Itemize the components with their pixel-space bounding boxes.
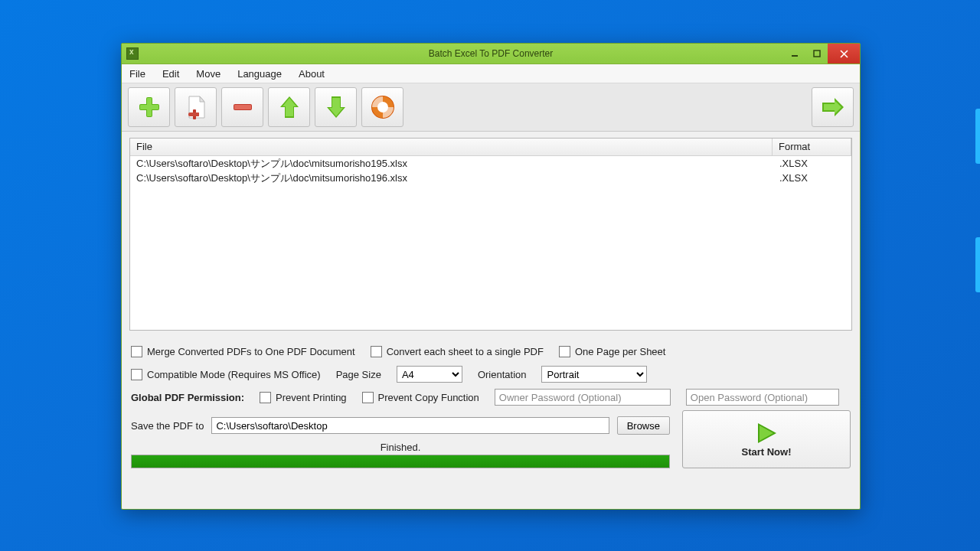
merge-checkbox[interactable]: Merge Converted PDFs to One PDF Document [131, 346, 355, 357]
each-sheet-checkbox[interactable]: Convert each sheet to a single PDF [371, 346, 544, 357]
svg-rect-13 [188, 112, 199, 116]
column-header-format[interactable]: Format [773, 139, 851, 155]
orientation-select[interactable]: Portrait [541, 366, 647, 383]
bottom-panel: Save the PDF to Browse Finished. Start N… [122, 409, 860, 478]
save-path-input[interactable] [211, 417, 609, 434]
remove-button[interactable] [221, 87, 263, 127]
start-button[interactable]: Start Now! [682, 410, 851, 468]
app-window: Batch Excel To PDF Converter File Edit M… [121, 43, 861, 510]
app-icon [126, 47, 139, 60]
prevent-copy-checkbox[interactable]: Prevent Copy Function [362, 392, 479, 403]
desktop-edge-tab [975, 237, 980, 292]
orientation-label: Orientation [478, 369, 527, 380]
file-list-header: File Format [130, 139, 851, 156]
options-panel: Merge Converted PDFs to One PDF Document… [122, 338, 860, 409]
menu-bar: File Edit Move Language About [122, 64, 860, 83]
svg-rect-1 [814, 51, 820, 57]
minimize-button[interactable] [783, 44, 805, 64]
help-icon [369, 93, 397, 121]
save-label: Save the PDF to [131, 420, 204, 432]
remove-icon [229, 93, 256, 121]
file-list-body[interactable]: C:\Users\softaro\Desktop\サンプル\doc\mitsum… [130, 156, 851, 330]
file-format-cell: .XLSX [773, 158, 851, 169]
page-size-label: Page Size [336, 369, 381, 380]
close-icon [840, 50, 848, 58]
one-page-checkbox[interactable]: One Page per Sheet [559, 346, 666, 357]
menu-about[interactable]: About [299, 68, 325, 80]
open-password-input[interactable] [686, 389, 839, 406]
minimize-icon [791, 50, 799, 57]
maximize-button[interactable] [805, 44, 828, 64]
file-format-cell: .XLSX [773, 172, 851, 184]
close-button[interactable] [828, 44, 860, 64]
convert-button[interactable] [812, 87, 854, 127]
browse-button[interactable]: Browse [617, 416, 670, 435]
menu-file[interactable]: File [129, 68, 145, 80]
progress-fill [132, 455, 669, 468]
move-up-button[interactable] [268, 87, 310, 127]
compat-checkbox[interactable]: Compatible Mode (Requires MS Office) [131, 369, 321, 380]
file-row[interactable]: C:\Users\softaro\Desktop\サンプル\doc\mitsum… [130, 156, 851, 171]
svg-rect-0 [792, 55, 798, 57]
move-down-icon [322, 93, 350, 121]
play-icon [753, 422, 779, 445]
file-path-cell: C:\Users\softaro\Desktop\サンプル\doc\mitsum… [130, 171, 773, 185]
file-row[interactable]: C:\Users\softaro\Desktop\サンプル\doc\mitsum… [130, 171, 851, 185]
page-size-select[interactable]: A4 [397, 366, 462, 383]
owner-password-input[interactable] [495, 389, 671, 406]
progress-bar [131, 455, 670, 468]
permission-label: Global PDF Permission: [131, 392, 244, 403]
help-button[interactable] [361, 87, 403, 127]
column-header-file[interactable]: File [130, 139, 773, 155]
svg-rect-15 [234, 105, 251, 109]
start-button-label: Start Now! [742, 446, 792, 458]
move-down-button[interactable] [315, 87, 357, 127]
svg-rect-5 [140, 105, 158, 109]
move-up-icon [276, 93, 303, 121]
add-file-icon [182, 93, 210, 121]
svg-marker-7 [200, 96, 204, 102]
desktop-edge-tab [975, 109, 980, 164]
file-path-cell: C:\Users\softaro\Desktop\サンプル\doc\mitsum… [130, 157, 773, 171]
add-button[interactable] [128, 87, 170, 127]
title-bar[interactable]: Batch Excel To PDF Converter [122, 44, 860, 64]
toolbar [122, 83, 860, 132]
menu-move[interactable]: Move [196, 68, 220, 80]
menu-edit[interactable]: Edit [162, 68, 179, 80]
file-list[interactable]: File Format C:\Users\softaro\Desktop\サンプ… [129, 138, 852, 331]
prevent-print-checkbox[interactable]: Prevent Printing [260, 392, 347, 403]
add-icon [136, 93, 163, 121]
status-label: Finished. [131, 442, 670, 453]
convert-icon [819, 93, 847, 121]
svg-point-21 [379, 103, 387, 111]
menu-language[interactable]: Language [237, 68, 282, 80]
maximize-icon [813, 50, 821, 57]
window-title: Batch Excel To PDF Converter [122, 48, 860, 59]
add-file-button[interactable] [175, 87, 217, 127]
